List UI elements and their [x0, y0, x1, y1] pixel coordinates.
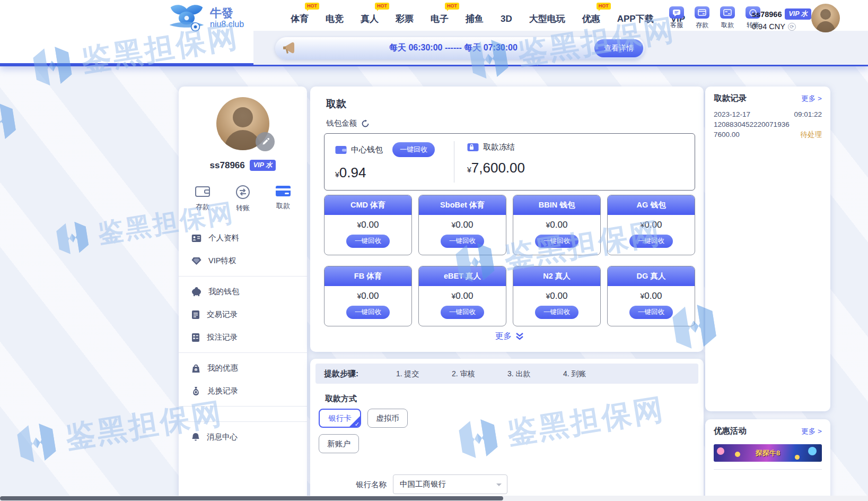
menu-item-message-center[interactable]: 消息中心 — [179, 426, 307, 448]
method-bank-card-button[interactable]: 银行卡 ✓ — [319, 409, 361, 428]
record-amount: 7600.00 — [714, 129, 740, 140]
recover-button[interactable]: 一键回收 — [346, 235, 390, 248]
nav-item-esports[interactable]: 电竞 — [317, 10, 352, 28]
balance-amount: 0.94 CNY — [752, 22, 785, 31]
page-title: 取款 — [326, 97, 346, 111]
bull-logo-icon — [168, 3, 206, 33]
menu-item-profile[interactable]: 个人资料 — [179, 227, 307, 249]
transfer-circle-icon — [235, 185, 250, 200]
method-crypto-button[interactable]: 虚拟币 — [367, 409, 408, 428]
record-time: 09:01:22 — [794, 109, 822, 119]
menu-item-exchange-records[interactable]: 兑换记录 — [179, 379, 307, 402]
recover-button[interactable]: 一键回收 — [346, 306, 390, 319]
wallet-card-ebet: eBET 真人 ¥0.00 一键回收 — [418, 266, 506, 326]
deposit-button[interactable]: 存款 — [692, 6, 712, 30]
withdraw-records-title: 取款记录 — [714, 93, 747, 104]
nav-item-fishing[interactable]: 捕鱼 — [457, 10, 492, 28]
money-bag-icon — [191, 386, 200, 396]
promo-banner[interactable]: 探探牛8 — [714, 444, 822, 462]
withdraw-record-item[interactable]: 2023-12-17 09:01:22 1208830452220071936 … — [705, 104, 830, 140]
recover-button[interactable]: 一键回收 — [629, 306, 673, 319]
record-status-badge: 待处理 — [801, 129, 822, 140]
wallet-outline-icon — [195, 185, 211, 198]
nav-item-app-download[interactable]: APP下载 — [609, 10, 662, 28]
id-card-icon — [191, 234, 201, 243]
recover-button[interactable]: 一键回收 — [441, 235, 484, 248]
step-submit: 1. 提交 — [396, 369, 419, 379]
profile-vip-badge: VIP 水 — [250, 160, 276, 171]
selected-check-icon: ✓ — [349, 416, 361, 427]
recover-button[interactable]: 一键回收 — [535, 235, 578, 248]
horizontal-scrollbar-track[interactable] — [0, 496, 868, 501]
horizontal-scrollbar-thumb[interactable] — [0, 496, 503, 500]
wallet-amount-label: 钱包金额 — [326, 118, 357, 128]
wallet-card-cmd: CMD 体育 ¥0.00 一键回收 — [324, 195, 412, 255]
nav-item-promo[interactable]: HOT优惠 — [574, 10, 609, 28]
frozen-wallet-amount: ¥7,600.00 — [467, 160, 695, 176]
hot-badge: HOT — [597, 3, 611, 10]
sidebar-quick-actions: 存款 转账 取款 — [195, 185, 291, 213]
nav-item-3d[interactable]: 3D — [492, 11, 521, 28]
menu-item-transaction-records[interactable]: 交易记录 — [179, 303, 307, 326]
menu-divider — [179, 406, 307, 407]
withdraw-button[interactable]: 取款 — [718, 6, 737, 30]
nav-item-slots[interactable]: HOT电子 — [422, 10, 457, 28]
user-info-block: ss78966 VIP 水 0.94 CNY ⟳ — [752, 8, 811, 31]
wallet-card-bbin: BBIN 钱包 ¥0.00 一键回收 — [513, 195, 601, 255]
menu-item-my-wallet[interactable]: 我的钱包 — [179, 280, 307, 303]
sidebar-withdraw-button[interactable]: 取款 — [275, 185, 291, 213]
site-logo[interactable]: 牛發 niu8.club — [168, 3, 244, 33]
view-details-button[interactable]: 查看详情 — [594, 39, 643, 57]
bell-icon — [191, 433, 200, 442]
withdraw-records-more-link[interactable]: 更多 > — [801, 94, 822, 103]
wallet-card-dg: DG 真人 ¥0.00 一键回收 — [607, 266, 695, 326]
sidebar-menu: 个人资料 VIP特权 我的钱包 交易记录 投注记录 — [179, 227, 307, 448]
header-quick-actions: 客服 存款 取款 ¥ 转账 — [667, 6, 762, 30]
pencil-icon — [261, 137, 270, 146]
record-order-no: 1208830452220071936 — [714, 119, 790, 129]
nav-item-live[interactable]: HOT真人 — [352, 10, 387, 28]
nav-item-arcade[interactable]: 大型电玩 — [521, 10, 574, 28]
nav-item-lottery[interactable]: 彩票 — [387, 10, 422, 28]
main-nav: HOT体育 电竞 HOT真人 彩票 HOT电子 捕鱼 3D 大型电玩 HOT优惠… — [282, 10, 694, 28]
double-chevron-down-icon — [515, 333, 524, 340]
edit-avatar-button[interactable] — [256, 132, 275, 151]
method-new-account-button[interactable]: 新账户 — [319, 434, 359, 453]
recover-button[interactable]: 一键回收 — [535, 306, 578, 319]
withdraw-wallet-card: 取款 钱包金额 中心钱包 一键回收 ¥0.94 取款冻结 — [310, 87, 704, 352]
more-wallets-button[interactable]: 更多 — [324, 331, 695, 342]
nav-item-sports[interactable]: HOT体育 — [282, 10, 317, 28]
refresh-balance-icon[interactable]: ⟳ — [788, 23, 796, 31]
promo-banner-text: 探探牛8 — [756, 448, 780, 458]
menu-divider — [179, 352, 307, 353]
refresh-wallets-icon[interactable] — [361, 119, 370, 128]
recover-button[interactable]: 一键回收 — [441, 306, 484, 319]
promotions-title: 优惠活动 — [714, 426, 747, 437]
watermark-logo-icon — [11, 418, 62, 469]
logo-title: 牛發 — [210, 7, 244, 20]
step-payout: 3. 出款 — [507, 369, 531, 379]
profile-username: ss78966 — [210, 160, 245, 171]
sidebar-transfer-button[interactable]: 转账 — [235, 185, 250, 213]
menu-divider — [179, 276, 307, 277]
user-avatar[interactable] — [811, 4, 840, 32]
deposit-card-icon — [695, 6, 709, 19]
hot-badge: HOT — [445, 3, 459, 10]
announcement-marquee[interactable]: 每天 06:30:00 ------ 每天 07:30:00 查看详情 — [275, 37, 645, 59]
menu-item-betting-records[interactable]: 投注记录 — [179, 326, 307, 349]
recover-all-button[interactable]: 一键回收 — [392, 142, 435, 157]
username: ss78966 — [752, 10, 782, 19]
sidebar-deposit-button[interactable]: 存款 — [195, 185, 211, 213]
customer-service-button[interactable]: 客服 — [667, 6, 686, 30]
step-review: 2. 审核 — [452, 369, 475, 379]
bank-name-select[interactable]: 中国工商银行 — [393, 474, 507, 494]
promotions-more-link[interactable]: 更多 > — [801, 427, 822, 436]
menu-item-my-promotions[interactable]: 0 我的优惠 — [179, 357, 307, 379]
hot-badge: HOT — [375, 3, 389, 10]
withdraw-steps-bar: 提款步骤: 1. 提交 2. 审核 3. 出款 4. 到账 — [315, 364, 698, 384]
document-icon — [191, 310, 200, 319]
menu-item-vip-privilege[interactable]: VIP特权 — [179, 249, 307, 272]
record-date: 2023-12-17 — [714, 109, 750, 119]
recover-button[interactable]: 一键回收 — [629, 235, 673, 248]
list-document-icon — [191, 333, 200, 342]
